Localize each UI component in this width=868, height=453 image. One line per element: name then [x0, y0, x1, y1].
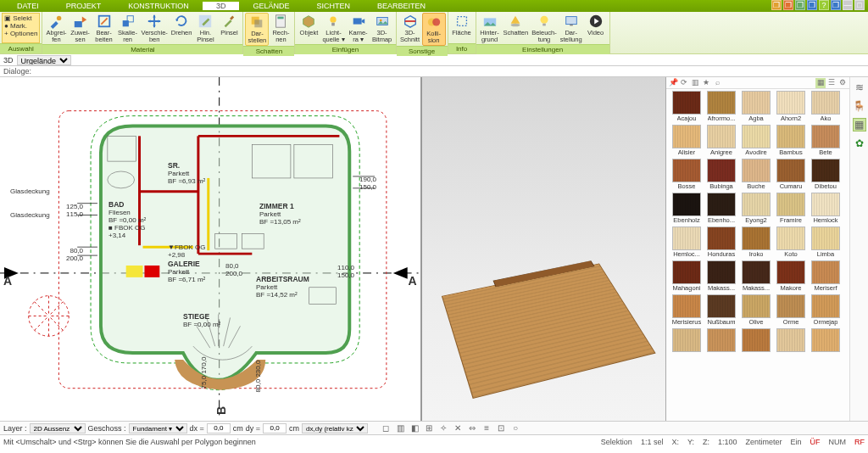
material-hemloc...[interactable]: Hemloc...	[671, 226, 702, 258]
filter-icon[interactable]: ⌕	[712, 78, 722, 88]
material-honduras[interactable]: Honduras	[706, 226, 737, 258]
tb-icon-6[interactable]: ✕	[452, 422, 464, 434]
titlebar-icon-1[interactable]: ❐	[783, 0, 793, 10]
tb-icon-7[interactable]: ⇔	[466, 422, 478, 434]
titlebar-icon-3[interactable]: ❐	[807, 0, 817, 10]
material-afrormo...[interactable]: Afrormo...	[706, 91, 737, 122]
ribbon-hintergrund[interactable]: Hinter- grund	[478, 13, 502, 44]
tab-projekt[interactable]: PROJEKT	[53, 2, 115, 10]
2d-plan-view[interactable]: Glasdeckung Glasdeckung BADFliesenBF =0,…	[0, 77, 422, 421]
ribbon-kollision[interactable]: Kolli- sion	[422, 13, 446, 46]
material-cumaru[interactable]: Cumaru	[776, 159, 806, 190]
material-olive[interactable]: Olive	[741, 294, 771, 326]
dy-input[interactable]	[263, 423, 287, 433]
tb-icon-8[interactable]: ≡	[481, 422, 492, 434]
3d-view[interactable]	[422, 77, 666, 421]
ribbon-bearbeiten[interactable]: Bear- beiten	[92, 13, 116, 44]
material-acajou[interactable]: Acajou	[671, 91, 702, 122]
material-bosse[interactable]: Bosse	[671, 159, 702, 190]
material-grid[interactable]: AcajouAfrormo...AgbaAhorn2AkoAlisierAnig…	[666, 89, 849, 421]
material-bubinga[interactable]: Bubinga	[706, 159, 737, 190]
material-avodire[interactable]: Avodire	[741, 125, 771, 156]
titlebar-icon-7[interactable]: □	[854, 0, 865, 10]
ribbon-lichtquelle[interactable]: Licht- quelle ▾	[320, 13, 346, 44]
material-anigree[interactable]: Anigree	[706, 125, 737, 156]
material-ebenho...[interactable]: Ebenho...	[706, 193, 737, 224]
titlebar-icon-0[interactable]: ❐	[771, 0, 782, 10]
material-limba[interactable]: Limba	[810, 226, 841, 258]
ribbon-flaeche[interactable]: Fläche	[450, 13, 474, 43]
ribbon-rechnen[interactable]: Rech- nen	[269, 13, 292, 46]
material-ormejap[interactable]: Ormejap	[810, 294, 841, 326]
tree-icon[interactable]: ✿	[853, 137, 866, 150]
material-alisier[interactable]: Alisier	[671, 125, 702, 156]
material-buche[interactable]: Buche	[741, 159, 771, 190]
material-merisierus[interactable]: Merisierus	[671, 294, 702, 326]
coord-mode-select[interactable]: dx,dy (relativ kz	[302, 423, 368, 433]
material-mahagoni[interactable]: Mahagoni	[671, 260, 702, 292]
dx-input[interactable]	[207, 423, 231, 433]
tb-icon-9[interactable]: ⊡	[495, 422, 507, 434]
tb-icon-10[interactable]: ○	[509, 422, 521, 434]
tb-icon-2[interactable]: ▥	[394, 422, 406, 434]
material-ako[interactable]: Ako	[810, 91, 841, 122]
ribbon-darstellen[interactable]: Dar- stellen	[245, 13, 269, 46]
material-ahorn2[interactable]: Ahorn2	[776, 91, 806, 122]
furniture-icon[interactable]: 🪑	[853, 99, 866, 113]
material-makass...[interactable]: Makass...	[706, 260, 737, 292]
selekt-box[interactable]: ▣ Selekt● Mark.+ Optionen	[2, 13, 40, 43]
ribbon-kamera[interactable]: Kame- ra ▾	[347, 13, 370, 44]
ribbon-beleuchtung[interactable]: Beleuch- tung	[530, 13, 559, 44]
list-icon[interactable]: ☰	[826, 78, 837, 88]
material-koto[interactable]: Koto	[776, 226, 806, 258]
layers-icon[interactable]: ≋	[853, 81, 866, 94]
material-swatch[interactable]	[776, 328, 806, 353]
star-icon[interactable]: ★	[701, 78, 711, 88]
ribbon-objekt[interactable]: Objekt	[297, 13, 320, 44]
gear-icon[interactable]: ⚙	[837, 78, 848, 88]
ribbon-3d-bitmap[interactable]: 3D- Bitmap	[370, 13, 394, 44]
material-swatch[interactable]	[706, 328, 737, 353]
folder-icon[interactable]: ▥	[690, 78, 700, 88]
material-bete[interactable]: Bete	[810, 125, 841, 156]
material-swatch[interactable]	[671, 328, 702, 353]
ribbon-3d-schnitt[interactable]: 3D- Schnitt	[398, 13, 422, 46]
ribbon-hin-pinsel[interactable]: Hin. Pinsel	[193, 13, 217, 44]
tab-datei[interactable]: DATEI	[3, 2, 53, 10]
tab-3d[interactable]: 3D	[203, 2, 240, 10]
material-nußbaum[interactable]: Nußbaum	[706, 294, 737, 326]
geschoss-select[interactable]: Fundament ▾	[129, 423, 187, 433]
ribbon-zuweisen[interactable]: Zuwei- sen	[69, 13, 92, 44]
tb-icon-1[interactable]: ◻	[380, 422, 392, 434]
tab-sichten[interactable]: SICHTEN	[303, 2, 364, 10]
material-makass...[interactable]: Makass...	[741, 260, 771, 292]
titlebar-icon-5[interactable]: ❐	[831, 0, 841, 10]
ribbon-verschieben[interactable]: Verschie- ben	[140, 13, 170, 44]
material-ebenholz[interactable]: Ebenholz	[671, 193, 702, 224]
ribbon-skalieren[interactable]: Skalie- ren	[116, 13, 140, 44]
ribbon-darstellung[interactable]: Dar- stellung	[559, 13, 584, 44]
material-hemlock[interactable]: Hemlock	[810, 193, 841, 224]
ribbon-pinsel[interactable]: Pinsel	[217, 13, 241, 44]
ribbon-drehen[interactable]: Drehen	[170, 13, 194, 44]
material-framire[interactable]: Framire	[776, 193, 806, 224]
palette-icon[interactable]: ▦	[853, 118, 866, 131]
tb-icon-4[interactable]: ⊞	[423, 422, 435, 434]
tb-icon-5[interactable]: ✧	[437, 422, 449, 434]
tab-konstruktion[interactable]: KONSTRUKTION	[114, 2, 203, 10]
material-makore[interactable]: Makore	[776, 260, 806, 292]
material-meriserf[interactable]: Meriserf	[810, 260, 841, 292]
material-swatch[interactable]	[810, 328, 841, 353]
tab-gelände[interactable]: GELÄNDE	[239, 2, 303, 10]
material-eyong2[interactable]: Eyong2	[741, 193, 771, 224]
layer-select[interactable]: 2D Aussenz	[30, 423, 86, 433]
material-dibetou[interactable]: Dibetou	[810, 159, 841, 190]
pin-icon[interactable]: 📌	[668, 78, 678, 88]
ribbon-schatten2[interactable]: Schatten	[502, 13, 531, 44]
titlebar-icon-4[interactable]: ?	[819, 0, 829, 10]
secondary-dropdown[interactable]: Urgelände	[17, 55, 71, 65]
refresh-icon[interactable]: ⟳	[679, 78, 689, 88]
grid-icon[interactable]: ▦	[815, 78, 826, 88]
ribbon-video[interactable]: Video	[584, 13, 608, 44]
titlebar-icon-6[interactable]: —	[843, 0, 853, 10]
